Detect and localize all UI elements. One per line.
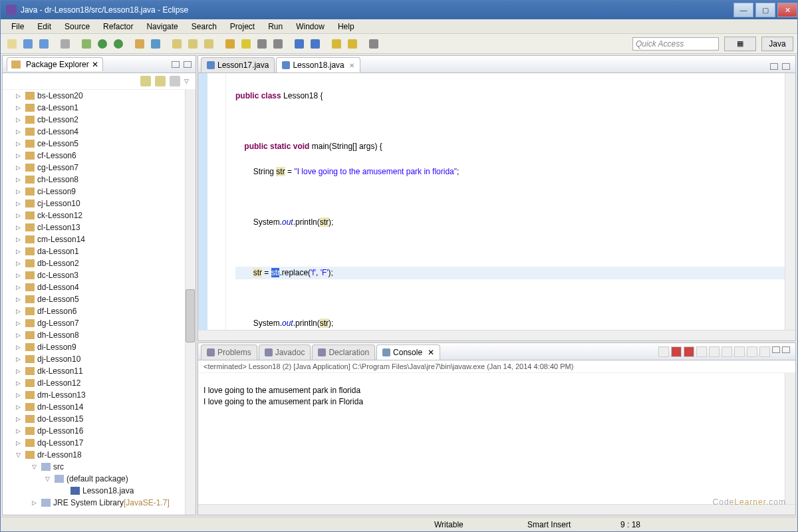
menu-project[interactable]: Project (223, 20, 261, 33)
toggle-mark-button[interactable] (239, 37, 253, 51)
tree-item[interactable]: ▷dd-Lesson4 (3, 281, 196, 293)
terminate-button[interactable] (671, 346, 682, 357)
console-hscrollbar[interactable] (198, 504, 795, 515)
editor-tab-lesson18[interactable]: Lesson18.java ✕ (276, 57, 360, 72)
remove-all-button[interactable] (684, 346, 694, 357)
package-tree[interactable]: ▷bs-Lesson20▷ca-Lesson1▷cb-Lesson2▷cd-Le… (3, 89, 196, 515)
tree-item[interactable]: ▷dc-Lesson3 (3, 269, 196, 281)
new-console-button[interactable] (759, 346, 770, 357)
tree-item[interactable]: ▷dg-Lesson7 (3, 317, 196, 329)
close-tab-icon[interactable]: ✕ (428, 348, 434, 357)
new-button[interactable] (5, 37, 19, 51)
maximize-editor-button[interactable] (782, 63, 790, 70)
console-vscrollbar[interactable] (785, 373, 795, 504)
tree-item[interactable]: ▽dr-Lesson18 (3, 449, 196, 461)
scroll-lock-button[interactable] (709, 346, 720, 357)
tree-item[interactable]: ▷dj-Lesson10 (3, 353, 196, 365)
tree-item[interactable]: ▷dm-Lesson13 (3, 389, 196, 401)
tree-scrollbar[interactable] (185, 90, 196, 515)
minimize-editor-button[interactable] (770, 63, 778, 70)
annotation-next-button[interactable] (308, 37, 323, 51)
tab-declaration[interactable]: Declaration (312, 344, 375, 360)
link-editor-button[interactable] (155, 76, 166, 86)
maximize-view-button[interactable] (184, 61, 192, 68)
tree-item[interactable]: ▷ce-Lesson5 (3, 138, 196, 150)
tree-item[interactable]: ▷dq-Lesson17 (3, 437, 196, 449)
overview-ruler[interactable] (198, 73, 207, 330)
new-class-button[interactable] (148, 37, 163, 51)
minimize-console-button[interactable] (772, 346, 780, 353)
quick-access-input[interactable]: Quick Access (632, 37, 719, 51)
menu-refactor[interactable]: Refactor (96, 20, 140, 33)
tree-item[interactable]: ▷dn-Lesson14 (3, 401, 196, 413)
menu-help[interactable]: Help (331, 20, 361, 33)
tree-item[interactable]: ▷db-Lesson2 (3, 257, 196, 269)
debug-button[interactable] (79, 37, 94, 51)
tab-javadoc[interactable]: Javadoc (259, 344, 311, 360)
open-task-button[interactable] (186, 37, 200, 51)
show-whitespace-button[interactable] (271, 37, 285, 51)
tree-item[interactable]: ▷da-Lesson1 (3, 245, 196, 257)
pin-console-button[interactable] (722, 346, 732, 357)
tree-item[interactable]: ▷ca-Lesson1 (3, 102, 196, 114)
tree-item[interactable]: ▷ci-Lesson9 (3, 186, 196, 198)
line-gutter[interactable] (207, 73, 226, 330)
close-button[interactable]: ✕ (777, 3, 797, 17)
tree-item[interactable]: ▷cm-Lesson14 (3, 233, 196, 245)
code-editor[interactable]: public class Lesson18 { public static vo… (226, 73, 795, 330)
menu-run[interactable]: Run (261, 20, 289, 33)
view-menu-button[interactable] (170, 76, 180, 86)
save-button[interactable] (21, 37, 35, 51)
menu-search[interactable]: Search (185, 20, 223, 33)
tree-item[interactable]: ▷cj-Lesson10 (3, 198, 196, 209)
tree-item[interactable]: Lesson18.java (3, 485, 196, 497)
minimize-view-button[interactable] (172, 61, 180, 68)
tree-item[interactable]: ▷bs-Lesson20 (3, 90, 196, 102)
java-perspective-button[interactable]: Java (761, 37, 793, 51)
tree-item[interactable]: ▷di-Lesson9 (3, 341, 196, 353)
remove-launch-button[interactable] (658, 346, 669, 357)
tree-item[interactable]: ▷JRE System Library [JavaSE-1.7] (3, 497, 196, 509)
menu-source[interactable]: Source (58, 20, 96, 33)
package-explorer-tab[interactable]: Package Explorer ✕ (7, 57, 103, 71)
editor-tab-lesson17[interactable]: Lesson17.java (201, 57, 275, 72)
tree-item[interactable]: ▷cg-Lesson7 (3, 162, 196, 174)
editor-hscrollbar[interactable] (198, 330, 795, 340)
new-package-button[interactable] (132, 37, 147, 51)
close-tab-icon[interactable]: ✕ (349, 62, 354, 69)
pin-button[interactable] (366, 37, 381, 51)
toggle-block-button[interactable] (255, 37, 269, 51)
tab-problems[interactable]: Problems (201, 344, 257, 360)
clear-console-button[interactable] (696, 346, 707, 357)
annotation-prev-button[interactable] (292, 37, 307, 51)
close-view-icon[interactable]: ✕ (92, 60, 98, 69)
tree-item[interactable]: ▷ck-Lesson12 (3, 209, 196, 221)
tree-item[interactable]: ▷dh-Lesson8 (3, 329, 196, 341)
tree-item[interactable]: ▷de-Lesson5 (3, 293, 196, 305)
display-button[interactable] (734, 346, 745, 357)
menu-file[interactable]: File (5, 20, 31, 33)
console-output[interactable]: I love going to the amusement park in fl… (198, 373, 795, 504)
run-last-button[interactable] (111, 37, 126, 51)
tree-item[interactable]: ▽src (3, 461, 196, 473)
tree-item[interactable]: ▷dl-Lesson12 (3, 377, 196, 389)
tree-item[interactable]: ▷cl-Lesson13 (3, 221, 196, 233)
tab-console[interactable]: Console✕ (376, 344, 440, 360)
collapse-all-button[interactable] (140, 76, 151, 86)
tree-item[interactable]: ▷cf-Lesson6 (3, 150, 196, 162)
tree-item[interactable]: ▷df-Lesson6 (3, 305, 196, 317)
tree-item[interactable]: ▷cb-Lesson2 (3, 114, 196, 126)
tree-item[interactable]: ▷dk-Lesson11 (3, 365, 196, 377)
save-all-button[interactable] (37, 37, 51, 51)
menu-edit[interactable]: Edit (31, 20, 58, 33)
back-button[interactable] (329, 37, 344, 51)
maximize-console-button[interactable] (782, 346, 790, 353)
open-perspective-button[interactable]: ▦ (724, 37, 756, 51)
open-console-button[interactable] (747, 346, 757, 357)
minimize-button[interactable]: — (733, 3, 753, 17)
tree-item[interactable]: ▷ch-Lesson8 (3, 174, 196, 186)
tree-item[interactable]: ▽(default package) (3, 473, 196, 485)
toggle-breadcrumb-button[interactable] (223, 37, 237, 51)
run-button[interactable] (95, 37, 110, 51)
tree-item[interactable]: ▷cd-Lesson4 (3, 126, 196, 138)
